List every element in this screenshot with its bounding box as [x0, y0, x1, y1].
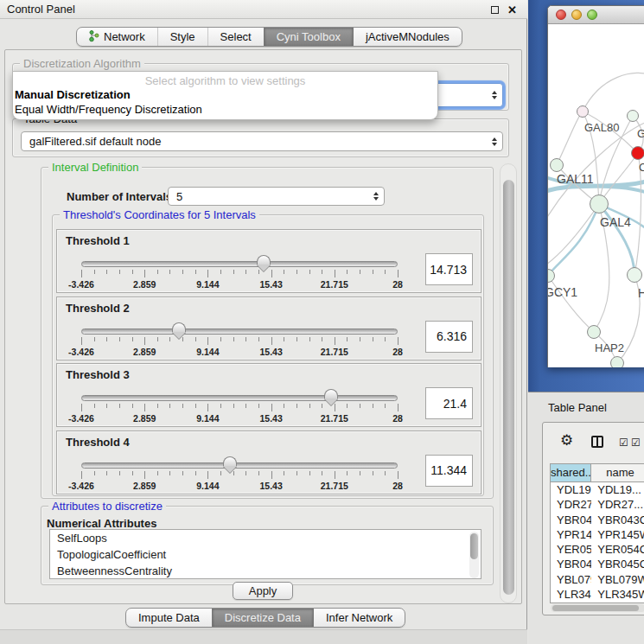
right-pane: GAL80GACGAL11GAL4GCY1HHAP2 Table Panel ⚙…: [528, 0, 644, 644]
table-hscrollbar-thumb[interactable]: [552, 605, 639, 611]
slider-thumb[interactable]: [257, 255, 271, 272]
tab-impute-data[interactable]: Impute Data: [126, 609, 212, 627]
column-header-name[interactable]: name: [591, 464, 644, 481]
threshold-slider[interactable]: -3.4262.8599.14415.4321.71528: [81, 322, 398, 360]
threshold-value-field[interactable]: [425, 455, 473, 487]
network-node[interactable]: [577, 105, 589, 118]
tick: [182, 270, 183, 274]
interval-definition-title: Interval Definition: [48, 161, 142, 174]
tab-discretize-data[interactable]: Discretize Data: [212, 609, 313, 627]
network-node[interactable]: [610, 356, 624, 367]
table-data-combo[interactable]: galFiltered.sif default node: [21, 131, 503, 151]
network-window-titlebar[interactable]: [548, 6, 644, 24]
tab-style[interactable]: Style: [157, 28, 207, 46]
tab-network[interactable]: Network: [77, 28, 157, 46]
slider-thumb[interactable]: [324, 389, 338, 406]
slider-track[interactable]: [81, 395, 398, 401]
tick: [284, 337, 284, 341]
node-table[interactable]: shared... name YDL19...YDL19...YDR27...Y…: [550, 463, 644, 603]
num-intervals-combo[interactable]: 5: [168, 187, 385, 206]
cell-name: YLR345W: [591, 587, 644, 602]
tab-infer-network[interactable]: Infer Network: [313, 609, 405, 627]
slider-track[interactable]: [81, 462, 398, 469]
table-row[interactable]: YDL19...YDL19...: [551, 482, 644, 497]
tab-select[interactable]: Select: [207, 28, 264, 46]
network-canvas[interactable]: GAL80GACGAL11GAL4GCY1HHAP2: [548, 24, 644, 367]
table-row[interactable]: YIL052CYIL052C: [551, 602, 644, 603]
tab-cyni-toolbox[interactable]: Cyni Toolbox: [264, 28, 353, 46]
network-node[interactable]: [587, 325, 601, 339]
apply-button[interactable]: Apply: [233, 582, 293, 600]
tick: [233, 404, 234, 408]
close-icon[interactable]: ✕: [507, 4, 517, 16]
column-header-shared-name[interactable]: shared...: [551, 464, 591, 481]
dropdown-item-equal-width-frequency-discretization[interactable]: Equal Width/Frequency Discretization: [13, 102, 437, 117]
cell-name: YPR145W: [591, 527, 644, 542]
threshold-slider[interactable]: -3.4262.8599.14415.4321.71528: [81, 254, 398, 292]
slider-thumb[interactable]: [223, 456, 237, 474]
tick: [207, 471, 208, 479]
tick: [373, 270, 373, 274]
attribute-item-selfloops[interactable]: SelfLoops: [50, 530, 481, 546]
cell-shared-name: YDL19...: [551, 482, 591, 497]
network-node[interactable]: [550, 158, 564, 172]
table-row[interactable]: YDR27...YDR27...: [551, 497, 644, 512]
float-window-icon[interactable]: [491, 6, 499, 14]
table-row[interactable]: YBL079WYBL079W: [551, 572, 644, 587]
threshold-slider[interactable]: -3.4262.8599.14415.4321.71528: [81, 456, 398, 494]
attribute-item-betweennesscentrality[interactable]: BetweennessCentrality: [50, 563, 481, 579]
threshold-value-field[interactable]: [425, 387, 473, 419]
threshold-value-field[interactable]: [425, 321, 473, 353]
network-node[interactable]: [627, 267, 642, 283]
dropdown-items: Manual DiscretizationEqual Width/Frequen…: [13, 87, 437, 117]
attribute-list[interactable]: SelfLoopsTopologicalCoefficientBetweenne…: [49, 529, 481, 579]
network-node[interactable]: [631, 146, 644, 160]
tick: [335, 270, 335, 277]
tick: [94, 270, 95, 274]
slider-track[interactable]: [81, 328, 398, 335]
tick: [296, 404, 297, 408]
tab-jactivemnodules[interactable]: jActiveMNodules: [353, 28, 462, 46]
main-scrollbar[interactable]: [500, 163, 517, 603]
table-hscrollbar[interactable]: [551, 604, 644, 612]
table-row[interactable]: YBR043CYBR043C: [551, 513, 644, 527]
attribute-list-scrollbar[interactable]: [469, 532, 479, 578]
slider-track[interactable]: [81, 261, 398, 267]
tick: [373, 337, 373, 341]
main-scrollbar-thumb[interactable]: [503, 180, 514, 595]
node-label-gal4: GAL4: [600, 215, 631, 229]
close-traffic-light-icon[interactable]: [556, 10, 566, 20]
network-node[interactable]: [627, 110, 639, 122]
gear-icon[interactable]: ⚙: [560, 433, 573, 448]
attribute-item-topologicalcoefficient[interactable]: TopologicalCoefficient: [50, 546, 481, 563]
tick: [309, 471, 310, 475]
checkbox-icon[interactable]: ☑: [631, 437, 641, 448]
slider-thumb[interactable]: [172, 322, 186, 340]
tick: [169, 471, 170, 475]
table-row[interactable]: YLR345WYLR345W: [551, 587, 644, 602]
tab-label: Discretize Data: [225, 611, 301, 624]
dropdown-item-manual-discretization[interactable]: Manual Discretization: [13, 87, 437, 102]
tick-label: 28: [392, 347, 403, 357]
table-row[interactable]: YER054CYER054C: [551, 542, 644, 557]
minimize-traffic-light-icon[interactable]: [571, 10, 582, 20]
tick: [169, 337, 170, 341]
threshold-slider[interactable]: -3.4262.8599.14415.4321.71528: [81, 388, 398, 426]
tick-label: 28: [392, 279, 403, 290]
split-table-icon[interactable]: [591, 436, 603, 448]
tab-label: Select: [220, 30, 252, 43]
table-data-combo-value: galFiltered.sif default node: [29, 135, 161, 148]
tick: [373, 404, 373, 408]
threshold-value-field[interactable]: [425, 253, 473, 285]
zoom-traffic-light-icon[interactable]: [587, 10, 597, 20]
tick-label: -3.426: [68, 279, 94, 290]
network-node[interactable]: [590, 194, 609, 214]
tick: [132, 471, 133, 475]
tick-label: 2.859: [133, 347, 156, 357]
tick: [119, 471, 120, 475]
table-row[interactable]: YBR045CYBR045C: [551, 557, 644, 571]
table-row[interactable]: YPR145WYPR145W: [551, 527, 644, 542]
slider-tick-labels: -3.4262.8599.14415.4321.71528: [81, 347, 398, 359]
network-view-window[interactable]: GAL80GACGAL11GAL4GCY1HHAP2: [547, 5, 644, 367]
checkbox-icon[interactable]: ☑: [619, 437, 628, 448]
